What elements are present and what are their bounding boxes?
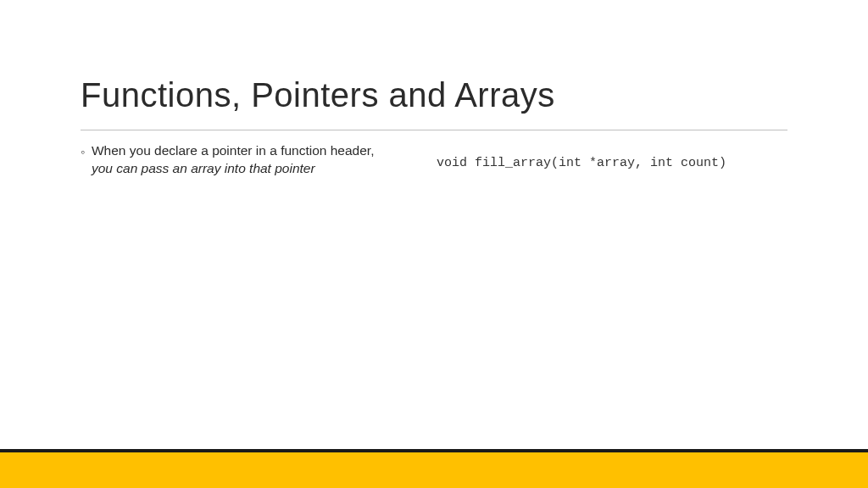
code-sample: void fill_array(int *array, int count) [437,142,787,170]
slide-container: Functions, Pointers and Arrays ◦ When yo… [0,0,868,488]
content-row: ◦ When you declare a pointer in a functi… [81,142,787,178]
bullet-text: When you declare a pointer in a function… [92,142,374,178]
footer-bar [0,452,868,488]
bullet-line1: When you declare a pointer in a function… [92,142,374,160]
bullet-line2: you can pass an array into that pointer [92,160,374,178]
bullet-item: ◦ When you declare a pointer in a functi… [81,142,411,178]
slide-title: Functions, Pointers and Arrays [81,76,787,130]
bullet-marker: ◦ [81,144,85,161]
